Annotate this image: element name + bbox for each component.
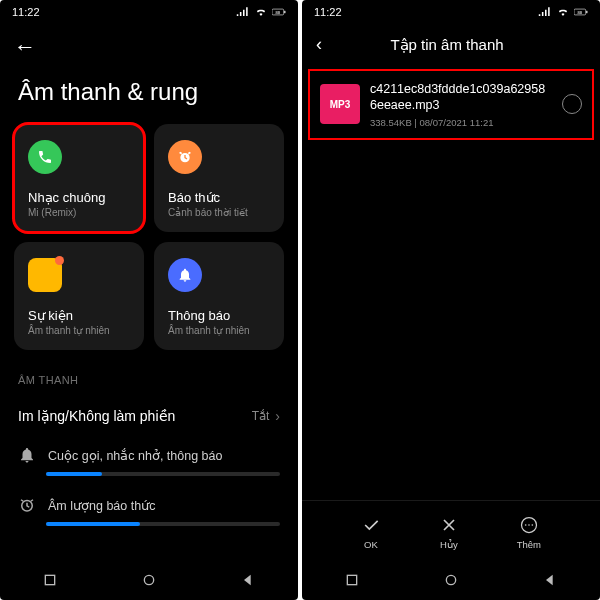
- tile-title: Nhạc chuông: [28, 190, 130, 205]
- header: ‹ Tập tin âm thanh: [302, 24, 600, 67]
- action-label: Hủy: [440, 539, 458, 550]
- slider-fill: [46, 522, 140, 526]
- tile-title: Sự kiện: [28, 308, 130, 323]
- nav-recent-icon[interactable]: [344, 572, 360, 588]
- section-audio: ÂM THANH: [0, 350, 298, 396]
- action-label: Thêm: [517, 539, 541, 550]
- slider-calls-row: Cuộc gọi, nhắc nhở, thông báo: [0, 436, 298, 468]
- file-meta: 338.54KB | 08/07/2021 11:21: [370, 117, 552, 128]
- slider-alarm-row: Âm lượng báo thức: [0, 486, 298, 518]
- slider-calls[interactable]: [46, 472, 280, 476]
- action-more[interactable]: Thêm: [517, 515, 541, 550]
- dnd-value-wrap: Tắt ›: [252, 408, 280, 424]
- alarm-icon: [168, 140, 202, 174]
- wifi-icon: [254, 7, 268, 17]
- tile-grid: Nhạc chuông Mi (Remix) Báo thức Cảnh báo…: [0, 124, 298, 350]
- page-title: Âm thanh & rung: [0, 64, 298, 124]
- nav-home-icon[interactable]: [141, 572, 157, 588]
- svg-point-13: [531, 524, 533, 526]
- status-bar: 11:22 88: [302, 0, 600, 24]
- back-icon[interactable]: ‹: [316, 34, 322, 55]
- file-name: c4211ec8d3fddde1c039a629586eeaee.mp3: [370, 81, 552, 114]
- status-right: 88: [236, 7, 286, 17]
- slider-alarm-label: Âm lượng báo thức: [48, 498, 155, 513]
- calendar-icon: [28, 258, 62, 292]
- header-title: Tập tin âm thanh: [332, 36, 562, 54]
- empty-space: [302, 142, 600, 501]
- tile-sub: Âm thanh tự nhiên: [168, 325, 270, 336]
- action-cancel[interactable]: Hủy: [439, 515, 459, 550]
- nav-back-icon[interactable]: [542, 572, 558, 588]
- nav-recent-icon[interactable]: [42, 572, 58, 588]
- status-right: 88: [538, 7, 588, 17]
- status-time: 11:22: [12, 6, 40, 18]
- tile-ringtone[interactable]: Nhạc chuông Mi (Remix): [14, 124, 144, 232]
- svg-text:88: 88: [578, 10, 583, 15]
- back-row: ←: [0, 24, 298, 64]
- svg-rect-8: [586, 11, 587, 13]
- tile-alarm[interactable]: Báo thức Cảnh báo thời tiết: [154, 124, 284, 232]
- wifi-icon: [556, 7, 570, 17]
- file-row[interactable]: MP3 c4211ec8d3fddde1c039a629586eeaee.mp3…: [310, 71, 592, 138]
- svg-rect-14: [347, 575, 356, 584]
- back-icon[interactable]: ←: [14, 34, 36, 59]
- phone-icon: [28, 140, 62, 174]
- tile-title: Báo thức: [168, 190, 270, 205]
- row-dnd[interactable]: Im lặng/Không làm phiền Tắt ›: [0, 396, 298, 436]
- tile-notifications[interactable]: Thông báo Âm thanh tự nhiên: [154, 242, 284, 350]
- more-icon: [519, 515, 539, 535]
- bell-icon: [168, 258, 202, 292]
- battery-icon: 88: [272, 7, 286, 17]
- svg-point-15: [446, 575, 455, 584]
- battery-icon: 88: [574, 7, 588, 17]
- tile-sub: Âm thanh tự nhiên: [28, 325, 130, 336]
- nav-bar: [302, 560, 600, 600]
- tile-events[interactable]: Sự kiện Âm thanh tự nhiên: [14, 242, 144, 350]
- bottom-actions: OK Hủy Thêm: [302, 500, 600, 560]
- svg-rect-5: [45, 575, 54, 584]
- svg-text:88: 88: [276, 10, 281, 15]
- chevron-right-icon: ›: [275, 408, 280, 424]
- dot-badge-icon: [55, 256, 64, 265]
- status-time: 11:22: [314, 6, 342, 18]
- nav-back-icon[interactable]: [240, 572, 256, 588]
- tile-title: Thông báo: [168, 308, 270, 323]
- dnd-value: Tắt: [252, 409, 270, 423]
- nav-bar: [0, 560, 298, 600]
- action-ok[interactable]: OK: [361, 515, 381, 550]
- svg-rect-1: [284, 11, 285, 13]
- phone-right: 11:22 88 ‹ Tập tin âm thanh MP3 c4211ec8…: [302, 0, 600, 600]
- radio-icon[interactable]: [562, 94, 582, 114]
- tile-sub: Mi (Remix): [28, 207, 130, 218]
- signal-icon: [538, 7, 552, 17]
- nav-home-icon[interactable]: [443, 572, 459, 588]
- phone-left: 11:22 88 ← Âm thanh & rung Nhạc chuông M…: [0, 0, 298, 600]
- slider-fill: [46, 472, 102, 476]
- close-icon: [439, 515, 459, 535]
- bell-outline-icon: [18, 446, 36, 464]
- slider-calls-label: Cuộc gọi, nhắc nhở, thông báo: [48, 448, 222, 463]
- signal-icon: [236, 7, 250, 17]
- tile-sub: Cảnh báo thời tiết: [168, 207, 270, 218]
- svg-point-6: [144, 575, 153, 584]
- status-bar: 11:22 88: [0, 0, 298, 24]
- svg-point-12: [528, 524, 530, 526]
- file-info: c4211ec8d3fddde1c039a629586eeaee.mp3 338…: [370, 81, 552, 128]
- mp3-badge-icon: MP3: [320, 84, 360, 124]
- check-icon: [361, 515, 381, 535]
- dnd-label: Im lặng/Không làm phiền: [18, 408, 175, 424]
- slider-alarm[interactable]: [46, 522, 280, 526]
- action-label: OK: [364, 539, 378, 550]
- alarm-outline-icon: [18, 496, 36, 514]
- svg-point-11: [525, 524, 527, 526]
